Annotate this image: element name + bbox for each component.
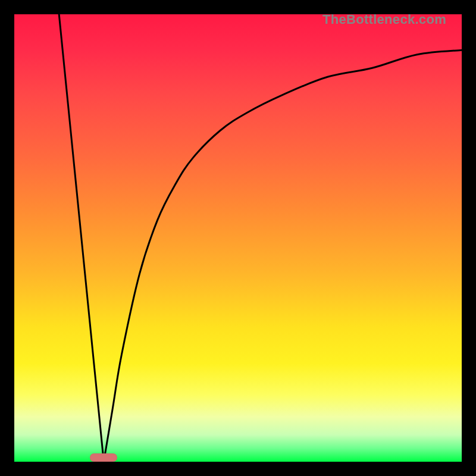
trough-marker: [90, 453, 117, 462]
chart-container: TheBottleneck.com: [0, 0, 476, 476]
curve-line: [14, 14, 462, 462]
plot-area: TheBottleneck.com: [14, 14, 462, 462]
watermark-text: TheBottleneck.com: [322, 13, 446, 26]
